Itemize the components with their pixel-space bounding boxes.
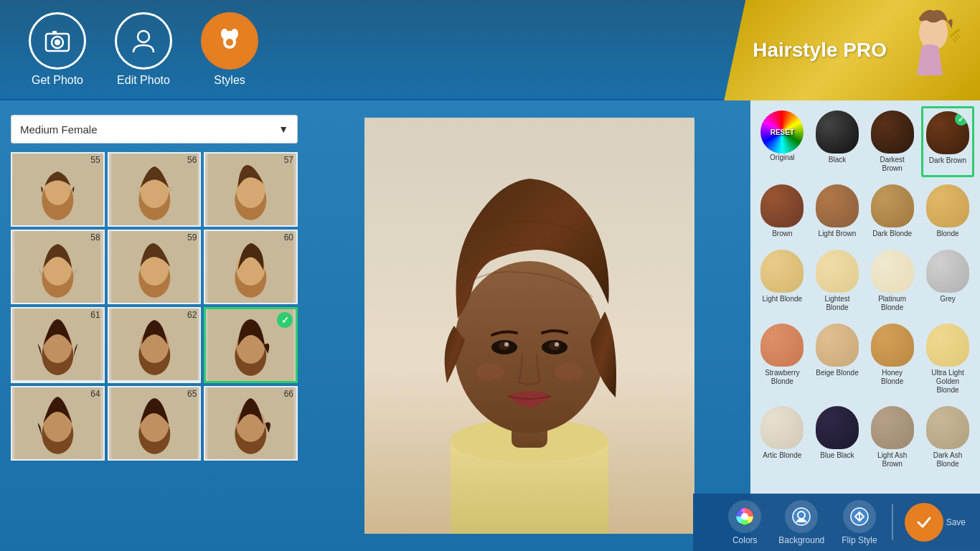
svg-point-62 (476, 364, 504, 381)
lightest-blonde-swatch (816, 250, 859, 293)
bottom-toolbar: Colors Background Flip Style Save (693, 494, 980, 551)
color-item-beige-blonde[interactable]: Beige Blonde (811, 319, 864, 399)
style-item[interactable]: 65 (108, 386, 202, 461)
style-number: 64 (90, 389, 100, 399)
style-item[interactable]: 61 (11, 307, 105, 383)
nav-edit-photo[interactable]: Edit Photo (115, 12, 172, 87)
color-item-light-blonde[interactable]: Light Blonde (756, 245, 809, 316)
color-label: Ultra Light Golden Blonde (925, 369, 970, 395)
colors-icon (728, 500, 761, 533)
color-label: Strawberry Blonde (760, 369, 804, 386)
color-label: Light Ash Brown (870, 451, 914, 468)
honey-blonde-swatch (871, 324, 914, 367)
color-label: Dark Ash Blonde (925, 451, 970, 468)
light-ash-brown-swatch (871, 406, 914, 449)
style-number: 66 (284, 389, 293, 399)
color-label: Light Brown (819, 230, 857, 238)
style-item-selected[interactable]: ✓ (204, 307, 298, 383)
platinum-blonde-swatch (871, 250, 914, 293)
color-item-artic-blonde[interactable]: Artic Blonde (756, 402, 809, 473)
color-label: Dark Blonde (872, 230, 912, 238)
main-content: Medium Female ▼ 55 (0, 100, 980, 551)
person-preview (364, 118, 694, 534)
style-item[interactable]: 59 (108, 230, 202, 304)
svg-point-58 (499, 342, 510, 350)
nav-styles[interactable]: Styles (201, 12, 258, 87)
dark-blonde-swatch (871, 184, 914, 227)
color-item-blonde[interactable]: Blonde (921, 180, 974, 242)
color-label: Light Blonde (763, 295, 803, 303)
style-number: 61 (90, 310, 100, 320)
svg-point-59 (549, 342, 560, 350)
brown-swatch (760, 184, 804, 227)
color-item-black[interactable]: Black (811, 106, 864, 177)
style-grid: 55 56 (11, 152, 298, 461)
color-label: Beige Blonde (816, 369, 859, 377)
style-number: 55 (90, 155, 100, 165)
dropdown-value: Medium Female (20, 123, 98, 136)
color-label: Dark Brown (929, 156, 966, 165)
color-item-dark-blonde[interactable]: Dark Blonde (866, 180, 918, 242)
style-item[interactable]: 64 (11, 386, 105, 461)
flip-style-label: Flip Style (842, 535, 877, 545)
color-label: Platinum Blonde (870, 295, 914, 312)
colors-label: Colors (732, 535, 758, 545)
svg-point-63 (555, 364, 583, 381)
style-item[interactable]: 62 (108, 307, 202, 383)
edit-photo-label: Edit Photo (117, 74, 170, 87)
style-category-dropdown[interactable]: Medium Female ▼ (11, 115, 298, 143)
svg-line-13 (957, 34, 960, 37)
color-item-darkest-brown[interactable]: Darkest Brown (866, 106, 918, 177)
darkest-brown-swatch (871, 110, 914, 154)
color-item-strawberry-blonde[interactable]: Strawberry Blonde (756, 319, 809, 399)
get-photo-icon (29, 12, 86, 70)
style-number: 58 (90, 232, 100, 242)
color-item-grey[interactable]: Grey (921, 245, 974, 316)
style-item[interactable]: 60 (204, 230, 298, 304)
style-item[interactable]: 66 (204, 386, 298, 461)
color-item-platinum-blonde[interactable]: Platinum Blonde (866, 245, 918, 316)
color-item-light-ash-brown[interactable]: Light Ash Brown (866, 402, 918, 473)
style-item[interactable]: 56 (108, 152, 202, 227)
color-item-blue-black[interactable]: Blue Black (811, 402, 864, 473)
color-label: Darkest Brown (870, 156, 914, 173)
grey-swatch (926, 250, 969, 293)
svg-point-7 (221, 29, 228, 39)
nav-get-photo[interactable]: Get Photo (29, 12, 86, 87)
color-item-lightest-blonde[interactable]: Lightest Blonde (811, 245, 864, 316)
color-item-dark-brown[interactable]: ✓ Dark Brown (921, 106, 974, 177)
black-swatch (816, 110, 859, 154)
svg-point-2 (55, 39, 60, 45)
color-item-original[interactable]: RESET Original (756, 106, 809, 177)
save-button[interactable] (905, 503, 943, 542)
style-item[interactable]: 55 (11, 152, 105, 227)
color-label: Grey (940, 295, 956, 303)
style-number: 56 (187, 155, 197, 165)
brand-logo: Hairstyle PRO (724, 0, 980, 100)
light-brown-swatch (816, 184, 859, 227)
svg-line-11 (953, 39, 956, 42)
colors-button[interactable]: Colors (728, 500, 761, 545)
color-label: Brown (772, 230, 792, 238)
style-item[interactable]: 58 (11, 230, 105, 304)
color-label: Artic Blonde (763, 451, 801, 460)
blue-black-swatch (816, 406, 859, 449)
styles-icon (201, 12, 258, 70)
flip-style-button[interactable]: Flip Style (842, 500, 877, 545)
background-label: Background (778, 535, 824, 545)
flip-style-icon (843, 500, 876, 533)
color-item-ultra-light-golden-blonde[interactable]: Ultra Light Golden Blonde (921, 319, 974, 399)
svg-point-61 (555, 342, 559, 347)
color-item-honey-blonde[interactable]: Honey Blonde (866, 319, 918, 399)
dropdown-chevron-icon: ▼ (278, 123, 288, 135)
svg-rect-3 (52, 31, 57, 34)
color-label: Lightest Blonde (816, 295, 859, 312)
color-item-light-brown[interactable]: Light Brown (811, 180, 864, 242)
dark-brown-swatch: ✓ (926, 111, 969, 154)
style-number: 62 (187, 310, 197, 320)
get-photo-label: Get Photo (32, 74, 83, 87)
background-button[interactable]: Background (778, 500, 824, 545)
color-item-brown[interactable]: Brown (756, 180, 809, 242)
style-item[interactable]: 57 (204, 152, 298, 227)
color-item-dark-ash-blonde[interactable]: Dark Ash Blonde (921, 402, 974, 473)
